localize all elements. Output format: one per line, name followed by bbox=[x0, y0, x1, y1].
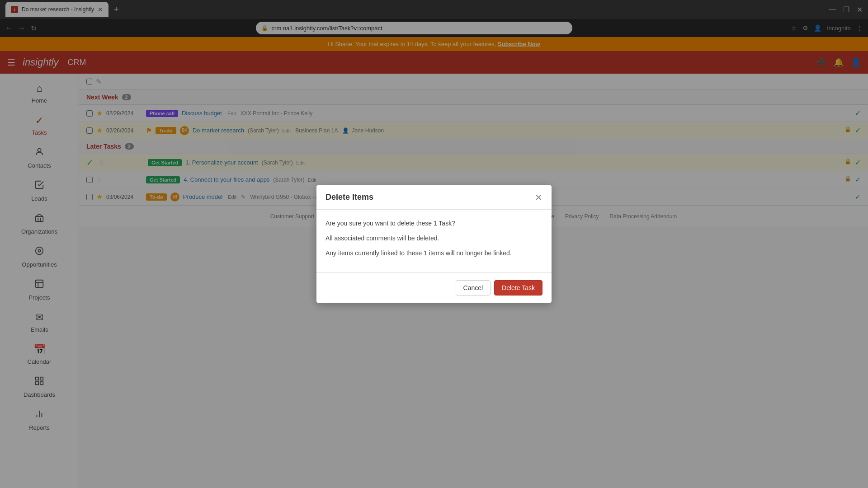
modal-line2: All associated comments will be deleted. bbox=[326, 234, 542, 243]
modal-line1: Are you sure you want to delete these 1 … bbox=[326, 219, 542, 228]
cancel-button[interactable]: Cancel bbox=[456, 280, 491, 296]
modal-footer: Cancel Delete Task bbox=[316, 272, 552, 303]
modal-close-button[interactable]: ✕ bbox=[535, 193, 542, 202]
modal-header: Delete Items ✕ bbox=[316, 185, 552, 210]
delete-modal: Delete Items ✕ Are you sure you want to … bbox=[316, 185, 552, 303]
modal-body: Are you sure you want to delete these 1 … bbox=[316, 210, 552, 272]
modal-title: Delete Items bbox=[326, 192, 373, 202]
delete-task-button[interactable]: Delete Task bbox=[494, 280, 542, 296]
modal-line3: Any items currently linked to these 1 it… bbox=[326, 249, 542, 258]
modal-overlay: Delete Items ✕ Are you sure you want to … bbox=[0, 0, 868, 488]
